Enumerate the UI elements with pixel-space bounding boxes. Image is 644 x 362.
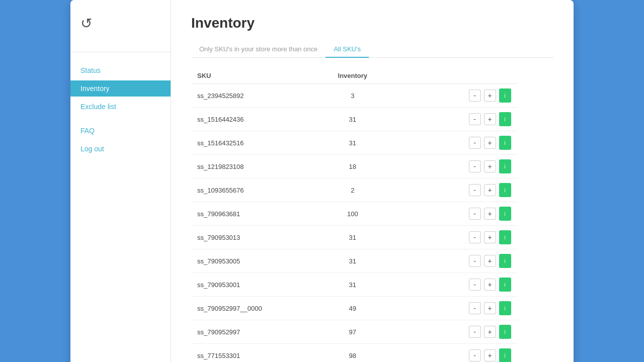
inventory-value: 2 xyxy=(307,178,398,202)
increment-button[interactable]: + xyxy=(484,231,496,243)
inventory-value: 97 xyxy=(307,320,398,344)
decrement-button[interactable]: - xyxy=(469,349,481,361)
controls-cell: -+i xyxy=(398,178,517,202)
app-logo-icon: ↺ xyxy=(80,16,92,31)
sync-icon-button[interactable]: i xyxy=(499,348,511,362)
sidebar-link-faq[interactable]: FAQ xyxy=(70,123,171,139)
sku-cell: ss_1219823108 xyxy=(191,155,307,178)
inventory-value: 31 xyxy=(307,226,398,249)
sku-cell: ss_790963681 xyxy=(191,202,307,226)
sync-icon-button[interactable]: i xyxy=(499,159,511,173)
decrement-button[interactable]: - xyxy=(469,302,481,314)
controls-cell: -+i xyxy=(398,249,517,273)
sidebar-item-status[interactable]: Status xyxy=(70,62,171,78)
sync-icon-button[interactable]: i xyxy=(499,230,511,244)
decrement-button[interactable]: - xyxy=(469,184,481,196)
table-row: ss_10936556762-+i xyxy=(191,178,553,202)
table-row: ss_790963681100-+i xyxy=(191,202,553,226)
increment-button[interactable]: + xyxy=(484,279,496,291)
controls-cell: -+i xyxy=(398,344,517,363)
sync-icon-button[interactable]: i xyxy=(499,301,511,315)
sidebar-item-exclude-list[interactable]: Exclude list xyxy=(70,99,171,115)
inventory-value: 31 xyxy=(307,273,398,297)
inventory-value: 18 xyxy=(307,155,398,178)
table-row: ss_121982310818-+i xyxy=(191,155,553,178)
sku-cell: ss_771553301 xyxy=(191,344,307,363)
increment-button[interactable]: + xyxy=(484,184,496,196)
inventory-value: 3 xyxy=(307,84,398,108)
table-row: ss_151643251631-+i xyxy=(191,131,553,155)
decrement-button[interactable]: - xyxy=(469,255,481,267)
sidebar-divider xyxy=(70,52,171,52)
inventory-value: 98 xyxy=(307,344,398,363)
increment-button[interactable]: + xyxy=(484,208,496,220)
decrement-button[interactable]: - xyxy=(469,231,481,243)
sku-cell: ss_1516442436 xyxy=(191,108,307,131)
sku-cell: ss_1516432516 xyxy=(191,131,307,155)
table-row: ss_23945258923-+i xyxy=(191,84,553,108)
main-content: Inventory Only SKU's in your store more … xyxy=(171,0,574,362)
decrement-button[interactable]: - xyxy=(469,137,481,149)
tab-all-skus[interactable]: All SKU's xyxy=(326,41,369,58)
sku-cell: ss_790953013 xyxy=(191,226,307,249)
sidebar-item-faq[interactable]: FAQ xyxy=(70,123,171,139)
sku-cell: ss_2394525892 xyxy=(191,84,307,108)
controls-cell: -+i xyxy=(398,320,517,344)
sku-cell: ss_790953005 xyxy=(191,249,307,273)
decrement-button[interactable]: - xyxy=(469,279,481,291)
increment-button[interactable]: + xyxy=(484,160,496,172)
increment-button[interactable]: + xyxy=(484,349,496,361)
controls-cell: -+i xyxy=(398,108,517,131)
table-row: ss_790952997__000049-+i xyxy=(191,297,553,320)
controls-cell: -+i xyxy=(398,131,517,155)
decrement-button[interactable]: - xyxy=(469,113,481,125)
inventory-value: 31 xyxy=(307,131,398,155)
sku-cell: ss_1093655676 xyxy=(191,178,307,202)
table-row: ss_77155330198-+i xyxy=(191,344,553,363)
inventory-value: 49 xyxy=(307,297,398,320)
sku-cell: ss_790952997 xyxy=(191,320,307,344)
decrement-button[interactable]: - xyxy=(469,89,481,102)
sidebar-item-logout[interactable]: Log out xyxy=(70,141,171,157)
sync-icon-button[interactable]: i xyxy=(499,183,511,197)
increment-button[interactable]: + xyxy=(484,326,496,338)
increment-button[interactable]: + xyxy=(484,113,496,125)
sidebar-link-exclude-list[interactable]: Exclude list xyxy=(70,99,171,115)
decrement-button[interactable]: - xyxy=(469,160,481,172)
inventory-table: SKU Inventory ss_23945258923-+iss_151644… xyxy=(191,68,553,362)
decrement-button[interactable]: - xyxy=(469,326,481,338)
increment-button[interactable]: + xyxy=(484,137,496,149)
sidebar-nav: Status Inventory Exclude list FAQ Log ou… xyxy=(70,62,171,157)
decrement-button[interactable]: - xyxy=(469,208,481,220)
sync-icon-button[interactable]: i xyxy=(499,207,511,221)
sku-cell: ss_790953001 xyxy=(191,273,307,297)
sidebar-link-logout[interactable]: Log out xyxy=(70,141,171,157)
table-row: ss_79095299797-+i xyxy=(191,320,553,344)
sync-icon-button[interactable]: i xyxy=(499,136,511,150)
controls-cell: -+i xyxy=(398,226,517,249)
sidebar-link-status[interactable]: Status xyxy=(70,62,171,78)
table-row: ss_151644243631-+i xyxy=(191,108,553,131)
table-row: ss_79095300131-+i xyxy=(191,273,553,297)
col-header-inventory: Inventory xyxy=(307,68,398,84)
sync-icon-button[interactable]: i xyxy=(499,112,511,126)
inventory-value: 31 xyxy=(307,249,398,273)
sidebar-link-inventory[interactable]: Inventory xyxy=(70,80,171,97)
app-window: ↺ Status Inventory Exclude list FAQ Log … xyxy=(70,0,574,362)
logo-area: ↺ xyxy=(70,10,171,47)
sync-icon-button[interactable]: i xyxy=(499,278,511,292)
sync-icon-button[interactable]: i xyxy=(499,325,511,339)
controls-cell: -+i xyxy=(398,84,517,108)
sync-icon-button[interactable]: i xyxy=(499,88,511,103)
col-header-sku: SKU xyxy=(191,68,307,84)
sidebar-item-inventory[interactable]: Inventory xyxy=(70,80,171,97)
sku-cell: ss_790952997__0000 xyxy=(191,297,307,320)
sync-icon-button[interactable]: i xyxy=(499,254,511,268)
increment-button[interactable]: + xyxy=(484,89,496,102)
table-header-row: SKU Inventory xyxy=(191,68,553,84)
table-row: ss_79095300531-+i xyxy=(191,249,553,273)
increment-button[interactable]: + xyxy=(484,255,496,267)
increment-button[interactable]: + xyxy=(484,302,496,314)
tab-duplicate-skus[interactable]: Only SKU's in your store more than once xyxy=(191,41,326,58)
page-title: Inventory xyxy=(191,15,553,31)
